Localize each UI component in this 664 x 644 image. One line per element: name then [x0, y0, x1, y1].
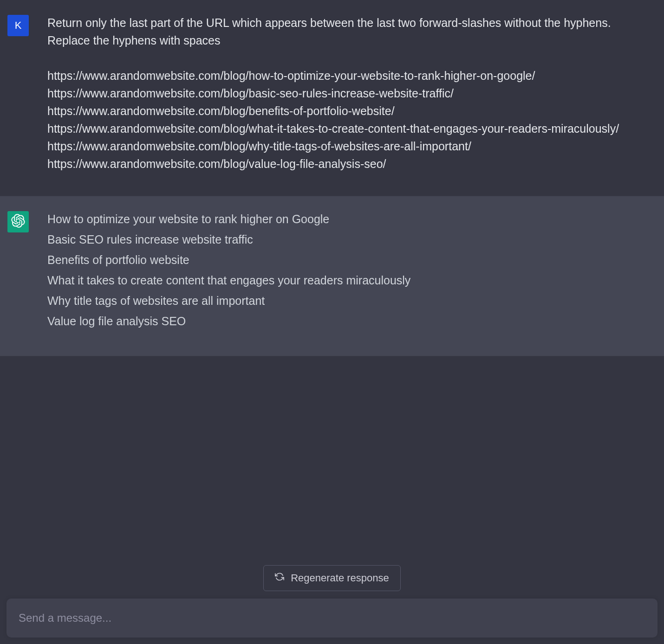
user-url: https://www.arandomwebsite.com/blog/what… — [47, 120, 643, 137]
assistant-avatar — [7, 211, 29, 232]
user-message: K Return only the last part of the URL w… — [0, 0, 664, 196]
user-url: https://www.arandomwebsite.com/blog/bene… — [47, 102, 643, 120]
assistant-line: Benefits of portfolio website — [47, 251, 643, 269]
user-url: https://www.arandomwebsite.com/blog/how-… — [47, 67, 643, 84]
bottom-controls: Regenerate response — [0, 547, 664, 644]
refresh-icon — [275, 572, 284, 584]
assistant-message: How to optimize your website to rank hig… — [0, 196, 664, 356]
spacer — [47, 49, 643, 67]
regenerate-label: Regenerate response — [291, 572, 389, 584]
assistant-line: How to optimize your website to rank hig… — [47, 210, 643, 228]
user-url: https://www.arandomwebsite.com/blog/why-… — [47, 137, 643, 155]
user-url: https://www.arandomwebsite.com/blog/valu… — [47, 155, 643, 173]
assistant-line: Basic SEO rules increase website traffic — [47, 231, 643, 248]
assistant-line: Value log file analysis SEO — [47, 312, 643, 330]
regenerate-button[interactable]: Regenerate response — [263, 565, 401, 591]
message-input-container[interactable] — [7, 599, 657, 638]
user-avatar-letter: K — [15, 19, 22, 32]
user-url: https://www.arandomwebsite.com/blog/basi… — [47, 84, 643, 102]
openai-logo-icon — [11, 214, 25, 230]
message-input[interactable] — [19, 612, 645, 625]
user-avatar: K — [7, 15, 29, 36]
assistant-line: What it takes to create content that eng… — [47, 271, 643, 289]
regenerate-wrap: Regenerate response — [7, 565, 657, 591]
assistant-line: Why title tags of websites are all impor… — [47, 292, 643, 309]
user-prompt-intro: Return only the last part of the URL whi… — [47, 14, 643, 49]
assistant-message-content: How to optimize your website to rank hig… — [47, 210, 657, 333]
user-message-content: Return only the last part of the URL whi… — [47, 14, 657, 173]
